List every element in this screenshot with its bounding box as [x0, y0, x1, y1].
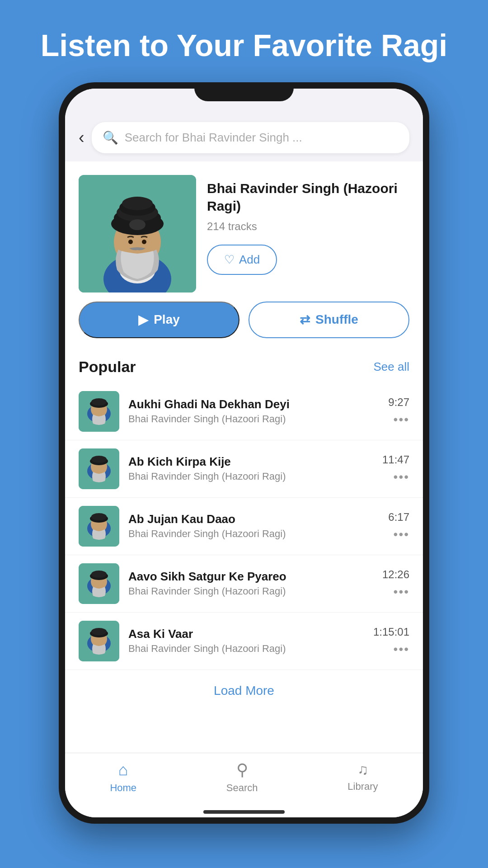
home-bar [203, 810, 285, 814]
track-thumbnail [79, 448, 119, 489]
popular-section-title: Popular [79, 358, 136, 376]
home-indicator [65, 807, 423, 817]
artist-track-count: 214 tracks [207, 220, 409, 233]
track-item[interactable]: Aavo Sikh Satgur Ke Pyareo Bhai Ravinder… [65, 555, 423, 613]
track-title: Ab Jujan Kau Daao [128, 512, 379, 526]
library-label: Library [347, 781, 378, 793]
svg-point-37 [91, 628, 107, 635]
heart-icon: ♡ [224, 253, 235, 267]
svg-point-9 [122, 197, 153, 210]
play-label: Play [154, 312, 180, 327]
page-header: Listen to Your Favorite Ragi [0, 0, 488, 82]
artist-image [79, 175, 196, 292]
track-artist: Bhai Ravinder Singh (Hazoori Ragi) [128, 585, 373, 597]
track-item[interactable]: Asa Ki Vaar Bhai Ravinder Singh (Hazoori… [65, 613, 423, 670]
track-thumbnail [79, 506, 119, 547]
track-info: Aukhi Ghadi Na Dekhan Deyi Bhai Ravinder… [128, 397, 379, 425]
phone-screen: ‹ 🔍 Search for Bhai Ravinder Singh ... [65, 89, 423, 817]
nav-library[interactable]: ♫ Library [347, 761, 378, 793]
track-info: Aavo Sikh Satgur Ke Pyareo Bhai Ravinder… [128, 570, 373, 597]
track-item[interactable]: Ab Jujan Kau Daao Bhai Ravinder Singh (H… [65, 498, 423, 555]
library-icon: ♫ [357, 761, 368, 778]
svg-point-10 [129, 219, 145, 230]
search-input-placeholder: Search for Bhai Ravinder Singh ... [125, 131, 302, 145]
track-duration: 11:47 [382, 453, 409, 466]
svg-point-11 [128, 240, 133, 244]
artist-section: Bhai Ravinder Singh (Hazoori Ragi) 214 t… [65, 161, 423, 302]
track-info: Ab Kich Kirpa Kije Bhai Ravinder Singh (… [128, 455, 373, 482]
track-duration: 9:27 [388, 396, 409, 409]
search-bar[interactable]: 🔍 Search for Bhai Ravinder Singh ... [92, 122, 409, 153]
track-info: Ab Jujan Kau Daao Bhai Ravinder Singh (H… [128, 512, 379, 540]
see-all-link[interactable]: See all [374, 360, 410, 374]
action-row: ▶ Play ⇄ Shuffle [65, 302, 423, 349]
track-more-button[interactable]: ••• [394, 412, 409, 427]
shuffle-button[interactable]: ⇄ Shuffle [249, 302, 409, 338]
track-title: Aavo Sikh Satgur Ke Pyareo [128, 570, 373, 584]
home-label: Home [110, 782, 136, 794]
track-artist: Bhai Ravinder Singh (Hazoori Ragi) [128, 413, 379, 425]
track-item[interactable]: Ab Kich Kirpa Kije Bhai Ravinder Singh (… [65, 440, 423, 498]
track-duration: 12:26 [382, 568, 409, 581]
search-nav-icon: ⚲ [236, 760, 248, 779]
bottom-nav: ⌂ Home ⚲ Search ♫ Library [65, 753, 423, 807]
load-more-area: Load More [65, 670, 423, 712]
artist-avatar-svg [79, 175, 196, 292]
track-title: Aukhi Ghadi Na Dekhan Deyi [128, 397, 379, 411]
artist-name: Bhai Ravinder Singh (Hazoori Ragi) [207, 179, 409, 215]
back-button[interactable]: ‹ [79, 129, 84, 146]
track-meta: 12:26 ••• [382, 568, 409, 599]
track-more-button[interactable]: ••• [394, 470, 409, 484]
nav-home[interactable]: ⌂ Home [110, 760, 136, 794]
track-thumbnail [79, 621, 119, 661]
search-icon: 🔍 [103, 130, 118, 145]
track-artist: Bhai Ravinder Singh (Hazoori Ragi) [128, 528, 379, 540]
svg-point-17 [91, 398, 107, 406]
track-item[interactable]: Aukhi Ghadi Na Dekhan Deyi Bhai Ravinder… [65, 383, 423, 440]
phone-notch [194, 82, 294, 101]
track-thumbnail [79, 563, 119, 604]
track-more-button[interactable]: ••• [394, 585, 409, 599]
track-meta: 1:15:01 ••• [373, 626, 409, 656]
svg-point-12 [142, 240, 146, 244]
track-info: Asa Ki Vaar Bhai Ravinder Singh (Hazoori… [128, 627, 364, 655]
track-duration: 1:15:01 [373, 626, 409, 638]
svg-point-22 [91, 456, 107, 463]
track-meta: 6:17 ••• [388, 511, 409, 542]
track-more-button[interactable]: ••• [394, 642, 409, 656]
track-artist: Bhai Ravinder Singh (Hazoori Ragi) [128, 643, 364, 655]
page-title: Listen to Your Favorite Ragi [36, 27, 452, 64]
home-icon: ⌂ [118, 760, 128, 779]
search-label: Search [226, 782, 258, 794]
search-area: ‹ 🔍 Search for Bhai Ravinder Singh ... [65, 114, 423, 161]
shuffle-label: Shuffle [315, 312, 358, 327]
track-more-button[interactable]: ••• [394, 527, 409, 542]
shuffle-icon: ⇄ [300, 312, 310, 327]
nav-search[interactable]: ⚲ Search [226, 760, 258, 794]
track-duration: 6:17 [388, 511, 409, 524]
track-meta: 9:27 ••• [388, 396, 409, 427]
track-list: Aukhi Ghadi Na Dekhan Deyi Bhai Ravinder… [65, 383, 423, 670]
load-more-button[interactable]: Load More [214, 684, 274, 698]
content-area: Bhai Ravinder Singh (Hazoori Ragi) 214 t… [65, 161, 423, 753]
svg-point-32 [91, 571, 107, 578]
add-button[interactable]: ♡ Add [207, 245, 277, 275]
track-meta: 11:47 ••• [382, 453, 409, 484]
track-title: Ab Kich Kirpa Kije [128, 455, 373, 469]
track-title: Asa Ki Vaar [128, 627, 364, 641]
play-button[interactable]: ▶ Play [79, 302, 239, 338]
svg-point-27 [91, 513, 107, 520]
add-label: Add [239, 253, 260, 267]
play-icon: ▶ [138, 312, 148, 327]
track-artist: Bhai Ravinder Singh (Hazoori Ragi) [128, 471, 373, 482]
track-thumbnail [79, 391, 119, 432]
phone-mockup: ‹ 🔍 Search for Bhai Ravinder Singh ... [59, 82, 429, 824]
artist-info: Bhai Ravinder Singh (Hazoori Ragi) 214 t… [207, 175, 409, 275]
popular-header: Popular See all [65, 349, 423, 383]
